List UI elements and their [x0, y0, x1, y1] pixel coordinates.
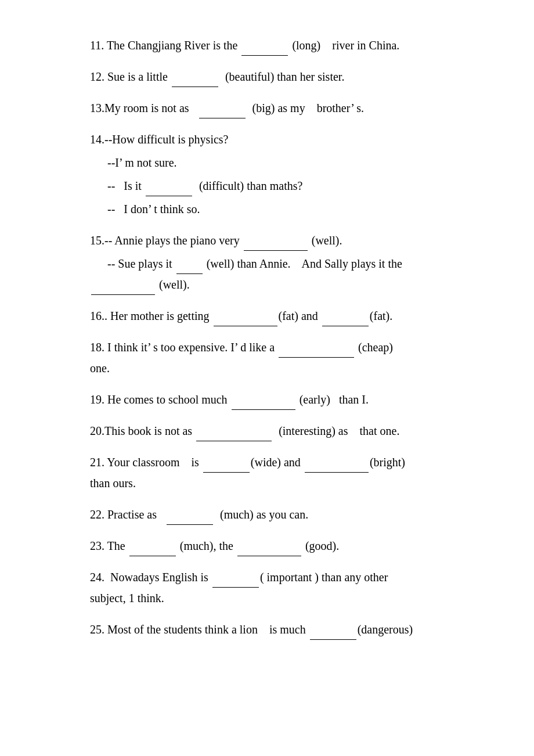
exercise-12-text: 12. Sue is a little (beautiful) than her… — [90, 66, 488, 87]
exercise-list: 11. The Changjiang River is the (long) r… — [90, 35, 488, 640]
blank-14 — [146, 196, 192, 196]
exercise-24-line1: 24. Nowadays English is ( important ) th… — [90, 567, 488, 588]
exercise-13-text: 13.My room is not as (big) as my brother… — [90, 98, 488, 118]
exercise-12: 12. Sue is a little (beautiful) than her… — [90, 66, 488, 87]
blank-11 — [241, 55, 288, 56]
exercise-23-text: 23. The (much), the (good). — [90, 535, 488, 556]
blank-15a — [244, 250, 308, 251]
blank-20 — [196, 441, 272, 441]
exercise-21-line2: than ours. — [90, 473, 488, 494]
exercise-18: 18. I think it’ s too expensive. I’ d li… — [90, 337, 488, 379]
exercise-15-line3: (well). — [90, 274, 488, 295]
exercise-20-text: 20.This book is not as (interesting) as … — [90, 420, 488, 441]
blank-23b — [237, 556, 301, 556]
exercise-21-line1: 21. Your classroom is (wide) and (bright… — [90, 452, 488, 473]
exercise-25: 25. Most of the students think a lion is… — [90, 619, 488, 640]
blank-25 — [310, 639, 356, 640]
blank-21b — [305, 472, 369, 473]
exercise-11: 11. The Changjiang River is the (long) r… — [90, 35, 488, 56]
blank-16b — [322, 326, 369, 326]
exercise-25-text: 25. Most of the students think a lion is… — [90, 619, 488, 640]
blank-15c — [91, 294, 155, 295]
exercise-23: 23. The (much), the (good). — [90, 535, 488, 556]
blank-19 — [232, 409, 295, 410]
exercise-14-line2: --I’ m not sure. — [107, 152, 488, 173]
exercise-11-text: 11. The Changjiang River is the (long) r… — [90, 35, 488, 56]
exercise-22: 22. Practise as (much) as you can. — [90, 504, 488, 525]
blank-22 — [167, 524, 213, 525]
exercise-13: 13.My room is not as (big) as my brother… — [90, 98, 488, 118]
exercise-24: 24. Nowadays English is ( important ) th… — [90, 567, 488, 609]
exercise-19: 19. He comes to school much (early) than… — [90, 389, 488, 410]
blank-23a — [129, 556, 176, 556]
exercise-24-line2: subject, 1 think. — [90, 588, 488, 609]
exercise-18-line1: 18. I think it’ s too expensive. I’ d li… — [90, 337, 488, 358]
blank-18 — [279, 357, 354, 358]
exercise-15: 15.-- Annie plays the piano very (well).… — [90, 230, 488, 295]
exercise-16: 16.. Her mother is getting (fat) and (fa… — [90, 305, 488, 326]
blank-13 — [199, 118, 246, 118]
exercise-20: 20.This book is not as (interesting) as … — [90, 420, 488, 441]
exercise-14-line1: 14.--How difficult is physics? — [90, 129, 488, 150]
exercise-22-text: 22. Practise as (much) as you can. — [90, 504, 488, 525]
blank-21a — [203, 472, 250, 473]
exercise-19-text: 19. He comes to school much (early) than… — [90, 389, 488, 410]
exercise-15-line2: -- Sue plays it (well) than Annie. And S… — [107, 253, 488, 274]
exercise-18-line2: one. — [90, 358, 488, 379]
exercise-14-line3: -- Is it (difficult) than maths? — [107, 175, 488, 196]
blank-16a — [214, 326, 277, 326]
exercise-16-text: 16.. Her mother is getting (fat) and (fa… — [90, 305, 488, 326]
blank-24 — [212, 587, 259, 588]
exercise-14-line4: -- I don’ t think so. — [107, 199, 488, 219]
exercise-21: 21. Your classroom is (wide) and (bright… — [90, 452, 488, 494]
exercise-14: 14.--How difficult is physics? --I’ m no… — [90, 129, 488, 219]
exercise-15-line1: 15.-- Annie plays the piano very (well). — [90, 230, 488, 251]
blank-12 — [172, 87, 218, 87]
